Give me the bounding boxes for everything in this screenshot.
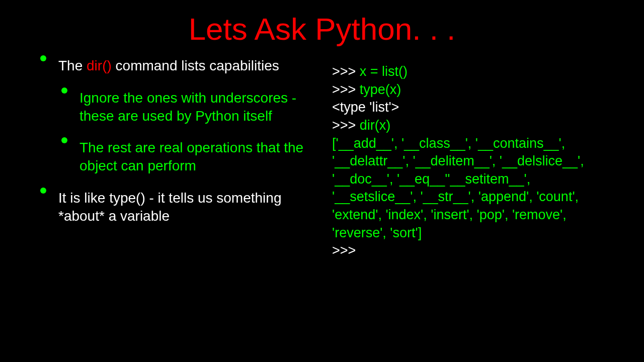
bullet-text: It is like type() - it tells us somethin… bbox=[58, 189, 312, 225]
prompt: >>> bbox=[332, 118, 360, 133]
code-line: >>> bbox=[332, 242, 614, 260]
code-line: >>> dir(x) bbox=[332, 117, 614, 135]
bullet-text: Ignore the ones with underscores - these… bbox=[79, 89, 312, 125]
bullet-icon bbox=[61, 87, 67, 94]
bullet-icon bbox=[40, 55, 46, 61]
bullet-text: The dir() command lists capabilities bbox=[58, 57, 279, 75]
prompt: >>> bbox=[332, 64, 360, 79]
code-segment: type(x) bbox=[360, 82, 401, 97]
slide-content: The dir() command lists capabilities Ign… bbox=[0, 47, 644, 260]
text-segment-highlight: dir() bbox=[87, 58, 112, 73]
slide: Lets Ask Python. . . The dir() command l… bbox=[0, 0, 644, 362]
list-item: The dir() command lists capabilities bbox=[40, 57, 312, 75]
code-segment: x = list() bbox=[360, 64, 408, 79]
bullet-list: The dir() command lists capabilities Ign… bbox=[40, 57, 312, 260]
list-item: The rest are real operations that the ob… bbox=[40, 139, 312, 175]
list-item: It is like type() - it tells us somethin… bbox=[40, 189, 312, 225]
list-item: Ignore the ones with underscores - these… bbox=[40, 89, 312, 125]
code-line: <type 'list'> bbox=[332, 99, 614, 117]
code-block: >>> x = list() >>> type(x) <type 'list'>… bbox=[332, 57, 614, 260]
bullet-icon bbox=[61, 137, 67, 143]
bullet-text: The rest are real operations that the ob… bbox=[79, 139, 312, 175]
code-output: ['__add__', '__class__', '__contains__',… bbox=[332, 135, 614, 242]
text-segment: command lists capabilities bbox=[112, 58, 279, 73]
bullet-icon bbox=[40, 188, 46, 194]
code-segment: dir(x) bbox=[360, 118, 391, 133]
code-line: >>> x = list() bbox=[332, 63, 614, 81]
slide-title: Lets Ask Python. . . bbox=[0, 0, 644, 47]
text-segment: The bbox=[58, 58, 87, 73]
prompt: >>> bbox=[332, 82, 360, 97]
code-text: >>> x = list() >>> type(x) <type 'list'>… bbox=[332, 63, 614, 260]
code-line: >>> type(x) bbox=[332, 81, 614, 99]
